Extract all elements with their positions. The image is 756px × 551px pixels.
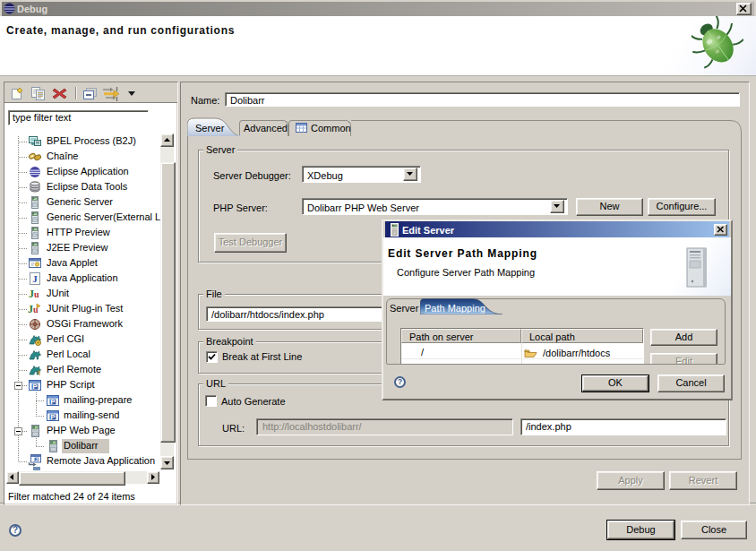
svg-text:P: P <box>50 413 56 421</box>
svg-text:P: P <box>50 398 56 406</box>
svg-text:J: J <box>32 273 38 284</box>
svg-text:u: u <box>34 289 39 299</box>
svg-text:J: J <box>35 457 38 462</box>
svg-text:P: P <box>32 383 38 391</box>
